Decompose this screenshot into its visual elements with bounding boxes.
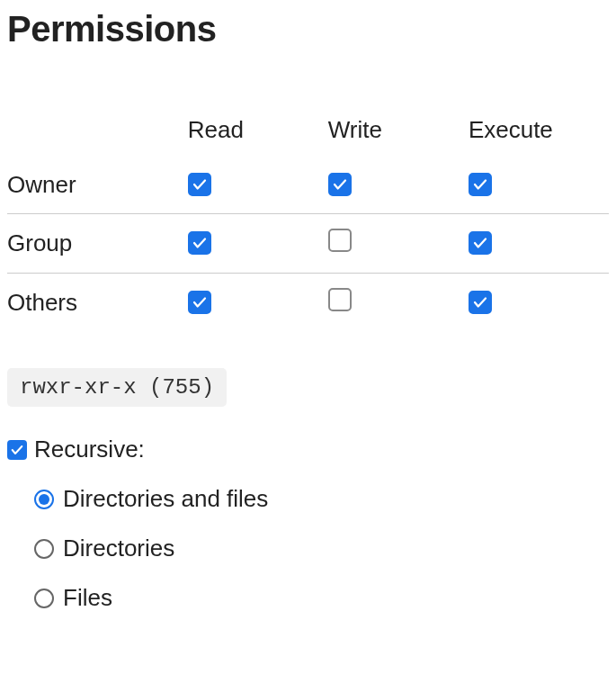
mode-string: rwxr-xr-x (755): [7, 368, 227, 407]
recursive-options: Directories and filesDirectoriesFiles: [7, 485, 609, 612]
column-header-read: Read: [188, 103, 328, 157]
check-icon: [472, 176, 488, 193]
perm-checkbox-others-read[interactable]: [188, 291, 211, 314]
check-icon: [192, 235, 208, 251]
recursive-option-directories-and-files[interactable]: Directories and files: [34, 485, 609, 513]
check-icon: [192, 176, 208, 193]
check-icon: [10, 443, 24, 457]
perm-checkbox-owner-read[interactable]: [188, 173, 211, 196]
recursive-checkbox[interactable]: [7, 440, 27, 460]
permissions-table: Read Write Execute OwnerGroupOthers: [7, 103, 609, 332]
page-title: Permissions: [7, 9, 609, 49]
radio-button[interactable]: [34, 490, 54, 509]
perm-checkbox-group-write[interactable]: [328, 229, 352, 252]
perm-checkbox-others-write[interactable]: [328, 288, 352, 311]
table-row: Group: [7, 214, 609, 274]
recursive-option-files[interactable]: Files: [34, 584, 609, 612]
row-label: Group: [7, 214, 188, 274]
radio-button[interactable]: [34, 589, 54, 608]
recursive-option-directories[interactable]: Directories: [34, 535, 609, 562]
perm-checkbox-owner-write[interactable]: [328, 173, 352, 196]
table-row: Others: [7, 274, 609, 333]
column-header-execute: Execute: [469, 103, 609, 157]
radio-label: Files: [63, 584, 112, 612]
perm-checkbox-owner-execute[interactable]: [469, 173, 492, 196]
recursive-label: Recursive:: [34, 436, 145, 463]
table-row: Owner: [7, 157, 609, 214]
check-icon: [192, 294, 208, 310]
perm-checkbox-group-read[interactable]: [188, 231, 211, 255]
column-header-write: Write: [328, 103, 469, 157]
check-icon: [472, 235, 488, 251]
row-label: Owner: [7, 157, 188, 214]
radio-label: Directories and files: [63, 485, 268, 513]
row-label: Others: [7, 274, 188, 333]
perm-checkbox-group-execute[interactable]: [469, 231, 492, 255]
radio-label: Directories: [63, 535, 174, 562]
perm-checkbox-others-execute[interactable]: [469, 291, 492, 314]
check-icon: [332, 176, 348, 193]
radio-button[interactable]: [34, 539, 54, 559]
check-icon: [472, 294, 488, 310]
